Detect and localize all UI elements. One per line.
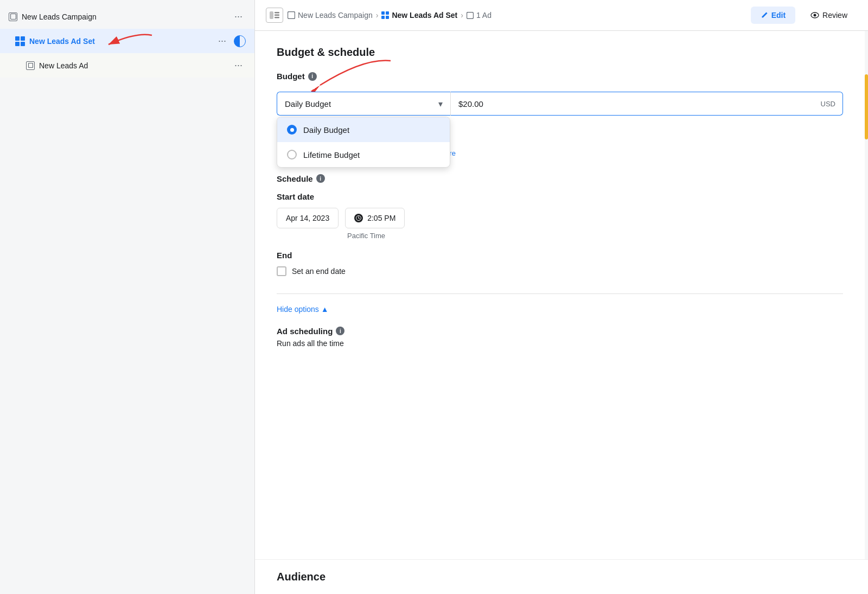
edit-button[interactable]: Edit: [751, 7, 795, 24]
main-content: New Leads Campaign › New Leads Ad Set › …: [255, 0, 868, 594]
breadcrumb-ad-label: 1 Ad: [476, 11, 492, 20]
svg-rect-3: [270, 11, 273, 19]
date-time-row: Apr 14, 2023 2:05 PM: [277, 208, 843, 228]
svg-rect-6: [275, 17, 279, 18]
adset-more-button[interactable]: ···: [215, 34, 229, 48]
dropdown-option-lifetime[interactable]: Lifetime Budget: [277, 142, 450, 167]
adset-toggle-icon[interactable]: [234, 35, 246, 47]
start-date-label: Start date: [277, 192, 843, 201]
dropdown-option-daily[interactable]: Daily Budget: [277, 117, 450, 142]
schedule-info-icon[interactable]: i: [316, 174, 325, 183]
budget-dropdown: Daily Budget Lifetime Budget: [277, 117, 450, 168]
campaign-more-button[interactable]: ···: [231, 10, 246, 23]
sidebar-toggle-button[interactable]: [266, 8, 283, 23]
end-date-text: Set an end date: [292, 267, 346, 276]
breadcrumb-sep-2: ›: [461, 11, 463, 20]
campaign-label: New Leads Campaign: [22, 12, 97, 21]
sidebar-item-ad[interactable]: New Leads Ad ···: [0, 53, 254, 78]
budget-amount-input[interactable]: [450, 92, 843, 116]
breadcrumb-bar: New Leads Campaign › New Leads Ad Set › …: [255, 0, 868, 31]
adset-grid-icon: [15, 36, 25, 46]
dropdown-daily-label: Daily Budget: [303, 125, 349, 135]
svg-line-14: [359, 218, 360, 219]
audience-section-title: Audience: [255, 559, 868, 594]
breadcrumb-adset-label: New Leads Ad Set: [392, 11, 457, 20]
scroll-thumb: [865, 74, 868, 139]
ad-icon: [26, 61, 35, 70]
radio-selected-icon: [287, 125, 297, 135]
content-area: Budget & schedule Budget i: [255, 31, 868, 559]
end-date-checkbox[interactable]: [277, 266, 286, 276]
svg-rect-5: [275, 15, 279, 16]
adset-label: New Leads Ad Set: [29, 37, 95, 46]
currency-label: USD: [821, 100, 835, 108]
ad-scheduling-label: Ad scheduling i: [277, 327, 843, 336]
breadcrumb-adset-icon: [381, 11, 389, 19]
section-title: Budget & schedule: [277, 46, 843, 59]
svg-rect-0: [10, 14, 16, 20]
budget-select-wrapper: Daily Budget Lifetime Budget ▾ Daily Bud…: [277, 92, 450, 116]
review-label: Review: [822, 11, 847, 20]
breadcrumb-sep-1: ›: [376, 11, 379, 20]
breadcrumb-actions: Edit Review: [751, 7, 857, 24]
end-label: End: [277, 251, 843, 260]
budget-amount-wrapper: USD: [450, 92, 843, 116]
timezone-label: Pacific Time: [347, 232, 843, 240]
ad-scheduling-value: Run ads all the time: [277, 339, 843, 348]
breadcrumb-adset: New Leads Ad Set: [381, 11, 457, 20]
eye-icon: [810, 12, 819, 18]
pencil-icon: [761, 11, 768, 19]
ad-scheduling-info-icon[interactable]: i: [336, 327, 344, 335]
end-date-row: Set an end date: [277, 266, 843, 276]
ad-label: New Leads Ad: [39, 61, 88, 70]
annotation-arrow-budget: [309, 55, 396, 93]
breadcrumb: New Leads Campaign › New Leads Ad Set › …: [288, 11, 492, 20]
budget-info-icon[interactable]: i: [308, 72, 317, 81]
section-divider: [277, 293, 843, 294]
schedule-label: Schedule i: [277, 174, 843, 183]
svg-rect-8: [467, 12, 473, 18]
sidebar-item-campaign[interactable]: New Leads Campaign ···: [0, 4, 254, 29]
svg-rect-2: [28, 63, 33, 68]
clock-icon: [354, 214, 363, 222]
svg-rect-7: [288, 12, 295, 19]
breadcrumb-campaign-label: New Leads Campaign: [298, 11, 373, 20]
campaign-icon: [9, 12, 17, 21]
review-button[interactable]: Review: [801, 7, 857, 24]
content-panel: Budget & schedule Budget i: [255, 31, 865, 559]
breadcrumb-campaign[interactable]: New Leads Campaign: [288, 11, 373, 20]
hide-options-link[interactable]: Hide options ▲: [277, 305, 843, 314]
svg-point-10: [814, 14, 816, 17]
scroll-indicator[interactable]: [865, 31, 868, 559]
dropdown-lifetime-label: Lifetime Budget: [303, 150, 360, 159]
svg-rect-4: [275, 12, 279, 14]
ad-more-button[interactable]: ···: [231, 59, 246, 72]
breadcrumb-ad[interactable]: 1 Ad: [467, 11, 492, 20]
edit-label: Edit: [771, 11, 786, 20]
budget-label: Budget i: [277, 72, 317, 81]
start-date-input[interactable]: Apr 14, 2023: [277, 208, 339, 228]
budget-type-select[interactable]: Daily Budget Lifetime Budget: [277, 92, 450, 116]
start-time-input[interactable]: 2:05 PM: [345, 208, 405, 228]
budget-row: Daily Budget Lifetime Budget ▾ Daily Bud…: [277, 92, 843, 116]
radio-unselected-icon: [287, 150, 297, 159]
sidebar-item-adset[interactable]: New Leads Ad Set ···: [0, 29, 254, 53]
chevron-up-icon: ▲: [321, 305, 329, 314]
sidebar: New Leads Campaign ··· New Leads Ad Set …: [0, 0, 255, 594]
